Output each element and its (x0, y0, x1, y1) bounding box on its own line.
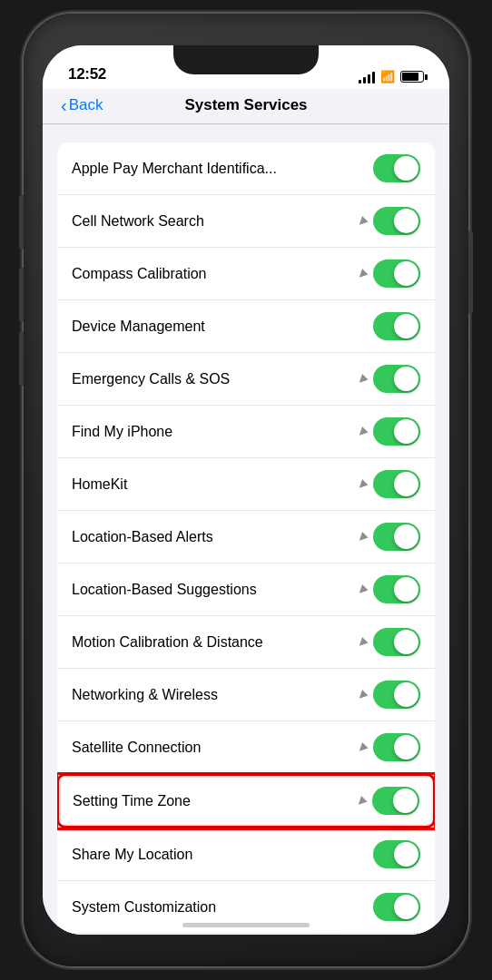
home-indicator (182, 923, 310, 927)
toggle-knob-homekit (394, 472, 418, 496)
back-button[interactable]: ‹ Back (61, 96, 103, 114)
item-right-system-customization (373, 893, 420, 921)
item-label-share-location: Share My Location (72, 847, 373, 863)
settings-item-device-management[interactable]: Device Management (57, 300, 435, 353)
item-right-cell-network: ◀ (358, 207, 420, 235)
toggle-knob-location-alerts (394, 524, 418, 549)
settings-item-homekit[interactable]: HomeKit◀ (57, 458, 435, 511)
item-right-device-management (373, 312, 420, 340)
item-label-homekit: HomeKit (72, 476, 358, 493)
item-label-satellite: Satellite Connection (72, 740, 358, 756)
settings-item-location-alerts[interactable]: Location-Based Alerts◀ (57, 511, 435, 564)
toggle-homekit[interactable] (373, 470, 420, 498)
settings-item-satellite[interactable]: Satellite Connection◀ (57, 721, 435, 774)
toggle-knob-motion-calibration (394, 630, 418, 654)
toggle-emergency-calls[interactable] (373, 365, 420, 393)
back-label: Back (69, 96, 103, 114)
toggle-knob-networking (394, 682, 418, 707)
toggle-cell-network[interactable] (373, 207, 420, 235)
settings-item-significant-locations[interactable]: Significant Locations◀On› (57, 934, 435, 935)
toggle-knob-device-management (394, 314, 418, 338)
nav-bar: ‹ Back System Services (43, 89, 449, 124)
toggle-knob-apple-pay (394, 156, 418, 181)
settings-item-find-my-iphone[interactable]: Find My iPhone◀ (57, 406, 435, 458)
item-right-setting-time-zone: ◀ (357, 787, 419, 815)
item-right-apple-pay (373, 154, 420, 182)
toggle-knob-setting-time-zone (393, 789, 418, 813)
item-label-location-alerts: Location-Based Alerts (72, 529, 358, 545)
item-right-share-location (373, 840, 420, 868)
item-label-system-customization: System Customization (72, 899, 373, 916)
item-right-compass: ◀ (358, 260, 420, 288)
toggle-knob-cell-network (394, 209, 418, 233)
notch (173, 45, 319, 74)
toggle-knob-location-suggestions (394, 577, 418, 602)
scroll-area[interactable]: Apple Pay Merchant Identifica...Cell Net… (43, 124, 449, 935)
item-label-apple-pay: Apple Pay Merchant Identifica... (72, 161, 373, 177)
toggle-device-management[interactable] (373, 312, 420, 340)
item-right-satellite: ◀ (358, 733, 420, 761)
toggle-knob-system-customization (394, 895, 418, 919)
settings-item-cell-network[interactable]: Cell Network Search◀ (57, 195, 435, 248)
phone-screen: 12:52 📶 ‹ B (43, 45, 449, 935)
toggle-compass[interactable] (373, 260, 420, 288)
toggle-knob-emergency-calls (394, 367, 418, 391)
toggle-knob-share-location (394, 842, 418, 867)
status-icons: 📶 (359, 70, 424, 83)
signal-icon (359, 71, 375, 83)
item-label-location-suggestions: Location-Based Suggestions (72, 582, 358, 598)
settings-item-motion-calibration[interactable]: Motion Calibration & Distance◀ (57, 616, 435, 669)
item-right-networking: ◀ (358, 681, 420, 709)
toggle-apple-pay[interactable] (373, 154, 420, 182)
item-label-emergency-calls: Emergency Calls & SOS (72, 371, 358, 387)
settings-item-setting-time-zone[interactable]: Setting Time Zone◀ (58, 775, 434, 828)
item-label-setting-time-zone: Setting Time Zone (73, 793, 357, 809)
settings-item-apple-pay[interactable]: Apple Pay Merchant Identifica... (57, 142, 435, 195)
toggle-setting-time-zone[interactable] (372, 787, 419, 815)
item-right-location-alerts: ◀ (358, 523, 420, 551)
status-time: 12:52 (68, 65, 106, 83)
toggle-knob-find-my-iphone (394, 419, 418, 444)
item-right-emergency-calls: ◀ (358, 365, 420, 393)
settings-item-share-location[interactable]: Share My Location (57, 828, 435, 881)
toggle-location-alerts[interactable] (373, 523, 420, 551)
item-label-device-management: Device Management (72, 318, 373, 335)
item-label-motion-calibration: Motion Calibration & Distance (72, 634, 358, 651)
item-label-compass: Compass Calibration (72, 266, 358, 282)
item-right-find-my-iphone: ◀ (358, 417, 420, 446)
back-chevron-icon: ‹ (61, 96, 67, 114)
page-title: System Services (184, 96, 307, 114)
toggle-knob-compass (394, 261, 418, 286)
toggle-share-location[interactable] (373, 840, 420, 868)
settings-item-emergency-calls[interactable]: Emergency Calls & SOS◀ (57, 353, 435, 406)
phone-frame: 12:52 📶 ‹ B (24, 14, 468, 966)
toggle-find-my-iphone[interactable] (373, 417, 420, 446)
toggle-motion-calibration[interactable] (373, 628, 420, 656)
settings-list: Apple Pay Merchant Identifica...Cell Net… (57, 142, 435, 935)
item-right-motion-calibration: ◀ (358, 628, 420, 656)
item-label-cell-network: Cell Network Search (72, 213, 358, 230)
settings-item-location-suggestions[interactable]: Location-Based Suggestions◀ (57, 564, 435, 616)
item-label-networking: Networking & Wireless (72, 687, 358, 703)
item-label-find-my-iphone: Find My iPhone (72, 424, 358, 440)
toggle-satellite[interactable] (373, 733, 420, 761)
settings-item-compass[interactable]: Compass Calibration◀ (57, 248, 435, 300)
item-right-location-suggestions: ◀ (358, 575, 420, 603)
battery-icon (400, 71, 424, 83)
toggle-knob-satellite (394, 735, 418, 760)
item-right-homekit: ◀ (358, 470, 420, 498)
wifi-icon: 📶 (380, 70, 395, 83)
toggle-networking[interactable] (373, 681, 420, 709)
toggle-system-customization[interactable] (373, 893, 420, 921)
settings-item-networking[interactable]: Networking & Wireless◀ (57, 669, 435, 721)
toggle-location-suggestions[interactable] (373, 575, 420, 603)
